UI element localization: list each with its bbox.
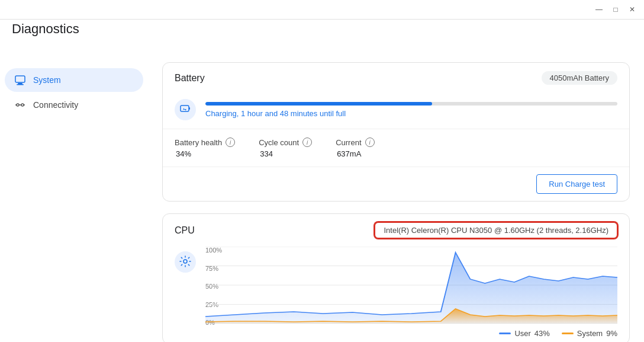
maximize-button[interactable]: □	[608, 2, 623, 17]
main-content: Battery 4050mAh Battery	[148, 62, 644, 342]
system-icon	[14, 74, 26, 86]
cpu-section: CPU Intel(R) Celeron(R) CPU N3050 @ 1.60…	[162, 213, 630, 342]
legend-user: User 43%	[499, 329, 549, 338]
svg-rect-8	[181, 106, 189, 111]
title-bar: — □ ✕	[0, 0, 644, 19]
charging-prefix: Charging,	[205, 109, 241, 118]
current-info-icon[interactable]: i	[365, 138, 375, 147]
legend-system-dot	[562, 333, 574, 334]
cpu-title: CPU	[175, 225, 195, 236]
svg-rect-9	[189, 107, 190, 110]
top-divider	[0, 19, 644, 20]
current-label: Current i	[336, 138, 374, 147]
svg-point-4	[21, 104, 24, 106]
cycle-count-text: Cycle count	[259, 138, 299, 147]
cycle-count-value: 334	[259, 149, 312, 158]
battery-health-value: 34%	[175, 149, 235, 158]
current-stat: Current i 637mA	[336, 138, 374, 158]
battery-health-label: Battery health i	[175, 138, 235, 147]
sidebar: System Connectivity	[0, 62, 148, 342]
main-layout: System Connectivity Battery 4050mAh Batt…	[0, 62, 644, 342]
battery-stats: Battery health i 34% Cycle count i 334 C…	[163, 129, 629, 167]
battery-charging-row: Charging, 1 hour and 48 minutes until fu…	[163, 93, 629, 129]
battery-section: Battery 4050mAh Battery	[162, 62, 630, 202]
battery-badge: 4050mAh Battery	[542, 71, 617, 85]
legend-user-dot	[499, 333, 511, 334]
sidebar-item-system[interactable]: System	[5, 68, 143, 92]
charging-bar-bg	[205, 102, 617, 106]
battery-health-text: Battery health	[175, 138, 222, 147]
current-value: 637mA	[336, 149, 374, 158]
cycle-count-stat: Cycle count i 334	[259, 138, 312, 158]
window-controls: — □ ✕	[592, 2, 639, 17]
close-button[interactable]: ✕	[625, 2, 639, 17]
cpu-badge: Intel(R) Celeron(R) CPU N3050 @ 1.60GHz …	[375, 222, 617, 238]
svg-point-3	[17, 104, 19, 106]
current-text: Current	[336, 138, 361, 147]
legend-user-label: User	[514, 329, 530, 338]
battery-charging-icon	[179, 103, 192, 117]
charging-highlight: 1 hour and 48 minutes	[241, 109, 317, 118]
legend-system-value: 9%	[606, 329, 617, 338]
chart-legend: User 43% System 9%	[205, 329, 617, 338]
charging-suffix: until full	[317, 109, 346, 118]
cpu-chart-area: 100% 75% 50% 25% 0%	[163, 247, 629, 342]
legend-system-label: System	[577, 329, 603, 338]
legend-user-value: 43%	[534, 329, 550, 338]
chart-container: 100% 75% 50% 25% 0%	[205, 247, 617, 338]
charging-bar-fill	[205, 102, 432, 106]
svg-rect-2	[17, 84, 24, 85]
battery-health-info-icon[interactable]: i	[226, 138, 235, 147]
cycle-count-label: Cycle count i	[259, 138, 312, 147]
charging-text: Charging, 1 hour and 48 minutes until fu…	[205, 109, 617, 118]
cpu-header: CPU Intel(R) Celeron(R) CPU N3050 @ 1.60…	[163, 214, 629, 247]
battery-action-row: Run Charge test	[163, 167, 629, 201]
chart-svg-wrapper	[205, 247, 617, 325]
cycle-count-info-icon[interactable]: i	[302, 138, 312, 147]
connectivity-icon	[14, 99, 26, 111]
battery-header: Battery 4050mAh Battery	[163, 63, 629, 93]
cpu-gear-icon	[179, 255, 192, 270]
app-title: Diagnostics	[12, 21, 79, 37]
cpu-icon-wrapper	[175, 251, 196, 273]
charging-bar-area: Charging, 1 hour and 48 minutes until fu…	[205, 102, 617, 118]
legend-system: System 9%	[562, 329, 617, 338]
minimize-button[interactable]: —	[592, 2, 606, 17]
battery-health-stat: Battery health i 34%	[175, 138, 235, 158]
svg-rect-0	[15, 76, 25, 82]
sidebar-item-system-label: System	[33, 75, 61, 85]
run-charge-button[interactable]: Run Charge test	[536, 174, 617, 194]
battery-icon-wrapper	[175, 99, 196, 120]
svg-point-10	[183, 260, 187, 263]
battery-title: Battery	[175, 73, 205, 84]
chart-svg	[205, 247, 617, 324]
svg-rect-1	[18, 83, 22, 84]
sidebar-item-connectivity-label: Connectivity	[33, 100, 78, 110]
sidebar-item-connectivity[interactable]: Connectivity	[5, 93, 143, 117]
